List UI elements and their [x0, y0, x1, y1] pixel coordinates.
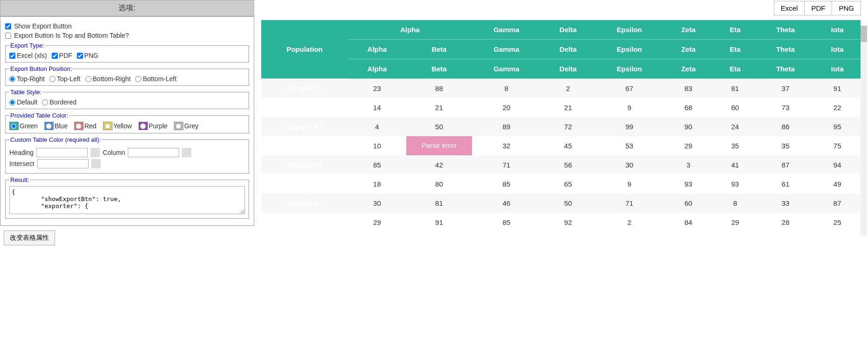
table-style-option[interactable]: Default	[9, 98, 37, 106]
color-radio[interactable]	[104, 123, 111, 129]
export-excel-button[interactable]: Excel	[774, 1, 805, 15]
vertical-scrollbar[interactable]	[861, 26, 867, 236]
column-header: Zeta	[663, 59, 713, 79]
export-type-fieldset: Export Type: Excel (xls)PDFPNG	[5, 42, 249, 63]
table-style-label: Default	[17, 98, 37, 106]
row-label: Sample #2	[261, 98, 348, 117]
group-header: Eta	[713, 20, 757, 40]
column-header: Beta	[406, 59, 472, 79]
scrollbar-thumb[interactable]	[861, 26, 867, 42]
data-cell: 32	[472, 136, 541, 155]
export-type-option[interactable]: Excel (xls)	[9, 52, 47, 59]
export-type-option[interactable]: PDF	[52, 52, 72, 59]
data-cell: 83	[663, 79, 713, 98]
intersect-color-input[interactable]	[37, 159, 89, 168]
data-cell: 53	[595, 136, 663, 155]
data-cell: 8	[472, 79, 541, 98]
table-scroll-wrapper[interactable]: PopulationAlphaGammaDeltaEpsilonZetaEtaT…	[261, 20, 861, 232]
heading-swatch	[90, 148, 100, 157]
export-position-option[interactable]: Top-Left	[49, 75, 81, 83]
data-cell: 3	[663, 155, 713, 174]
export-position-radio[interactable]	[135, 76, 141, 82]
color-radio[interactable]	[140, 123, 146, 129]
color-option[interactable]: Green	[9, 122, 38, 130]
intersect-swatch	[91, 159, 101, 168]
sub-header: Zeta	[663, 40, 713, 59]
data-cell: 99	[595, 117, 663, 136]
data-cell: 87	[814, 194, 861, 213]
data-cell: 86	[757, 117, 814, 136]
group-header: Epsilon	[595, 20, 663, 40]
table-style-radio[interactable]	[42, 99, 48, 105]
data-cell: 22	[814, 98, 861, 117]
row-label: Sample #7	[261, 194, 348, 213]
color-radio[interactable]	[175, 123, 181, 129]
show-export-checkbox[interactable]	[5, 23, 11, 29]
export-position-radio[interactable]	[49, 76, 56, 82]
export-position-legend: Export Button Position:	[9, 65, 73, 72]
heading-color-input[interactable]	[36, 148, 88, 157]
column-header: Gamma	[472, 59, 541, 79]
population-header: Population	[261, 20, 348, 79]
export-type-checkbox[interactable]	[77, 53, 83, 59]
export-top-bottom-label: Export Button Is Top and Bottom Table?	[14, 32, 129, 39]
color-option[interactable]: Grey	[174, 122, 198, 130]
result-fieldset: Result:	[5, 176, 249, 219]
table-row: Sample #12388826783813791	[261, 79, 861, 98]
row-label: Sample #3	[261, 117, 348, 136]
color-radio[interactable]	[11, 123, 17, 129]
export-type-checkbox[interactable]	[9, 53, 15, 59]
data-cell: 95	[814, 117, 861, 136]
table-style-fieldset: Table Style: DefaultBordered	[5, 89, 249, 109]
intersect-label: Intersect	[9, 160, 35, 167]
color-option[interactable]: Purple	[139, 122, 167, 130]
color-swatch-icon	[139, 122, 148, 130]
color-option[interactable]: Yellow	[103, 122, 132, 130]
data-cell: 23	[348, 79, 406, 98]
export-position-radio[interactable]	[9, 76, 15, 82]
sub-header: Alpha	[348, 40, 406, 59]
data-cell: 90	[663, 117, 713, 136]
data-cell: 73	[757, 98, 814, 117]
group-header: Delta	[541, 20, 596, 40]
column-header: Epsilon	[595, 59, 663, 79]
column-swatch	[182, 148, 191, 157]
table-row: Sample #214212021968607322	[261, 98, 861, 117]
data-cell: 35	[757, 136, 814, 155]
export-png-button[interactable]: PNG	[832, 1, 861, 15]
data-cell: Parse error	[406, 136, 472, 155]
color-label: Blue	[55, 122, 68, 130]
data-cell: 93	[663, 174, 713, 194]
data-cell: 4	[348, 117, 406, 136]
column-label: Column	[103, 149, 125, 156]
data-table: PopulationAlphaGammaDeltaEpsilonZetaEtaT…	[261, 20, 861, 232]
color-option[interactable]: Red	[74, 122, 97, 130]
table-color-fieldset: Provided Table Color: GreenBlueRedYellow…	[5, 112, 249, 133]
export-position-label: Top-Left	[57, 75, 81, 83]
export-top-bottom-checkbox[interactable]	[5, 33, 11, 39]
data-cell: 30	[595, 155, 663, 174]
color-radio[interactable]	[46, 123, 52, 129]
table-style-option[interactable]: Bordered	[42, 98, 76, 106]
data-cell: 21	[541, 98, 596, 117]
table-style-legend: Table Style:	[9, 89, 42, 96]
table-row: Sample #829918592284292825	[261, 213, 861, 232]
custom-color-legend: Custom Table Color (required all):	[9, 136, 102, 143]
result-textarea[interactable]	[9, 186, 245, 214]
color-radio[interactable]	[76, 123, 82, 129]
color-option[interactable]: Blue	[44, 122, 68, 130]
color-swatch-icon	[103, 122, 112, 130]
export-position-option[interactable]: Bottom-Left	[135, 75, 176, 83]
export-type-option[interactable]: PNG	[77, 52, 98, 59]
data-cell: 87	[757, 155, 814, 174]
export-pdf-button[interactable]: PDF	[804, 1, 832, 15]
column-color-input[interactable]	[128, 148, 179, 157]
export-position-radio[interactable]	[85, 76, 91, 82]
table-style-radio[interactable]	[9, 99, 15, 105]
export-position-option[interactable]: Top-Right	[9, 75, 45, 83]
data-cell: 61	[757, 174, 814, 194]
column-header: Eta	[713, 59, 757, 79]
apply-button[interactable]: 改变表格属性	[4, 230, 55, 245]
export-position-option[interactable]: Bottom-Right	[85, 75, 131, 83]
export-type-checkbox[interactable]	[52, 53, 58, 59]
